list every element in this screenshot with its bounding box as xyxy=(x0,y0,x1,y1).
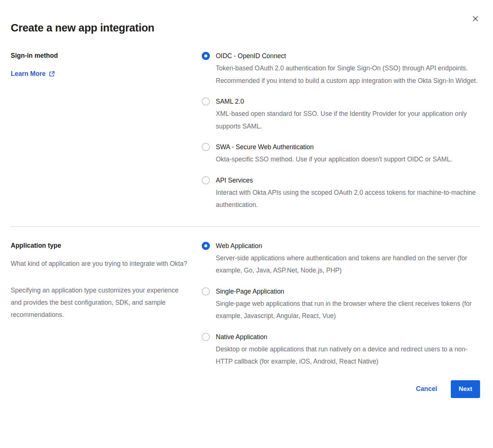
signin-method-options: OIDC - OpenID Connect Token-based OAuth … xyxy=(202,51,480,211)
radio-swa-secure-web-authentication[interactable] xyxy=(202,143,210,151)
cancel-button[interactable]: Cancel xyxy=(416,385,437,393)
application-type-question: What kind of application are you trying … xyxy=(11,258,188,270)
radio-option-label[interactable]: Single-Page Application xyxy=(216,287,480,296)
radio-option-label[interactable]: SAML 2.0 xyxy=(216,97,480,106)
radio-native-application[interactable] xyxy=(202,333,210,341)
close-icon xyxy=(473,16,478,21)
radio-oidc-openid-connect[interactable] xyxy=(202,52,210,60)
radio-option-label[interactable]: OIDC - OpenID Connect xyxy=(216,51,480,60)
application-type-section-left: Application type What kind of applicatio… xyxy=(11,241,188,321)
create-app-integration-dialog: Create a new app integration Sign-in met… xyxy=(0,0,493,448)
option-swa-secure-web-authentication: SWA - Secure Web Authentication Okta-spe… xyxy=(202,143,480,166)
option-single-page-application: Single-Page Application Single-page web … xyxy=(202,287,480,322)
radio-option-label[interactable]: Web Application xyxy=(216,241,480,250)
radio-option-description: Desktop or mobile applications that run … xyxy=(216,343,480,368)
radio-option-description: Token-based OAuth 2.0 authentication for… xyxy=(216,62,480,87)
option-api-services: API Services Interact with Okta APIs usi… xyxy=(202,176,480,211)
application-type-section: Application type What kind of applicatio… xyxy=(11,241,480,368)
close-button[interactable] xyxy=(471,14,480,23)
radio-option-label[interactable]: Native Application xyxy=(216,332,480,341)
learn-more-link[interactable]: Learn More xyxy=(11,70,55,78)
radio-option-description: Server-side applications where authentic… xyxy=(216,252,480,277)
radio-option-label[interactable]: SWA - Secure Web Authentication xyxy=(216,143,452,151)
learn-more-label: Learn More xyxy=(11,70,46,78)
option-saml-2-0: SAML 2.0 XML-based open standard for SSO… xyxy=(202,97,480,133)
application-type-heading: Application type xyxy=(11,241,188,250)
option-native-application: Native Application Desktop or mobile app… xyxy=(202,332,480,368)
signin-method-section-left: Sign-in method Learn More xyxy=(11,51,188,78)
signin-method-heading: Sign-in method xyxy=(11,51,188,60)
application-type-options: Web Application Server-side applications… xyxy=(202,241,480,368)
external-link-icon xyxy=(49,71,55,77)
section-divider xyxy=(11,226,480,227)
radio-api-services[interactable] xyxy=(202,176,210,184)
radio-saml-2-0[interactable] xyxy=(202,97,210,106)
option-oidc-openid-connect: OIDC - OpenID Connect Token-based OAuth … xyxy=(202,51,480,87)
next-button[interactable]: Next xyxy=(451,380,480,398)
radio-option-label[interactable]: API Services xyxy=(216,176,480,185)
radio-option-description: Okta-specific SSO method. Use if your ap… xyxy=(216,153,452,166)
dialog-title: Create a new app integration xyxy=(11,0,480,34)
dialog-footer: Cancel Next xyxy=(11,380,480,415)
radio-option-description: Interact with Okta APIs using the scoped… xyxy=(216,187,480,211)
signin-method-section: Sign-in method Learn More OIDC - OpenID … xyxy=(11,51,480,211)
application-type-explanation: Specifying an application type customize… xyxy=(11,284,188,321)
option-web-application: Web Application Server-side applications… xyxy=(202,241,480,277)
radio-option-description: XML-based open standard for SSO. Use if … xyxy=(216,108,480,133)
radio-single-page-application[interactable] xyxy=(202,287,210,295)
radio-option-description: Single-page web applications that run in… xyxy=(216,298,480,322)
radio-web-application[interactable] xyxy=(202,242,210,250)
